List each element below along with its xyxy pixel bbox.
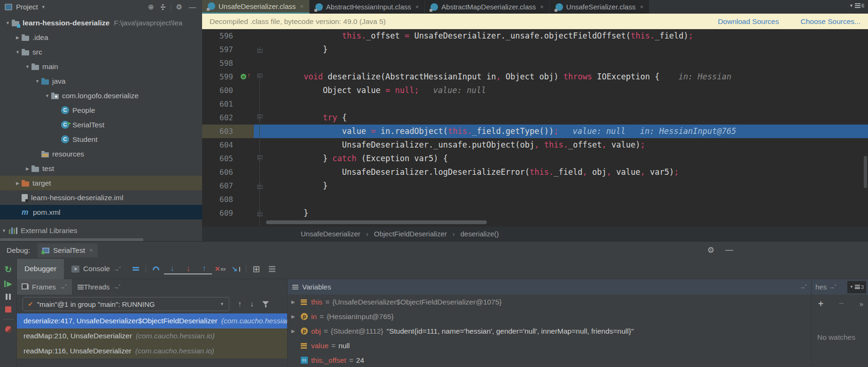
- tree-item-people[interactable]: CPeople: [0, 103, 202, 117]
- code-editor[interactable]: 596 this._offset = UnsafeDeserializer._u…: [202, 29, 868, 226]
- fold-marker[interactable]: –: [258, 74, 263, 80]
- editor-tab-abstractmapdeserializer-class[interactable]: AbstractMapDeserializer.class×: [425, 0, 550, 14]
- project-panel-title[interactable]: Project: [16, 3, 38, 11]
- drop-frame-button[interactable]: ✕: [212, 263, 228, 274]
- variable-row-obj[interactable]: ▶pobj={Student@1112}"Student{id=111, nam…: [288, 324, 811, 338]
- pin-icon[interactable]: →: [829, 283, 836, 290]
- tab-debugger[interactable]: Debugger: [17, 259, 64, 279]
- collapse-all-icon[interactable]: ▼▲: [161, 4, 165, 10]
- gear-icon[interactable]: ⚙: [707, 245, 714, 255]
- view-breakpoints-button[interactable]: [5, 326, 12, 333]
- close-icon[interactable]: ×: [540, 3, 544, 10]
- frame-up-button[interactable]: ↑: [238, 300, 242, 308]
- force-step-into-button[interactable]: ↓: [180, 263, 196, 274]
- expand-arrow-icon[interactable]: ▶: [291, 328, 301, 334]
- close-icon[interactable]: ×: [415, 3, 419, 10]
- breadcrumb-item-objectfielddeserializer[interactable]: ObjectFieldDeserializer: [374, 230, 447, 238]
- editor-horizontal-scrollbar[interactable]: [266, 220, 487, 224]
- fold-marker[interactable]: –: [258, 115, 263, 121]
- step-into-button[interactable]: ↓: [164, 263, 180, 274]
- tree-item-test[interactable]: ▶test: [0, 161, 202, 176]
- tab-threads[interactable]: Threads →: [72, 279, 126, 295]
- tree-arrow[interactable]: ▶: [23, 166, 31, 171]
- tree-item-learn-hession-deserialize[interactable]: ▼learn-hession-deserializeF:\java\javapr…: [0, 16, 202, 30]
- fold-marker[interactable]: –: [258, 47, 263, 53]
- tree-arrow[interactable]: ▼: [0, 228, 8, 233]
- step-out-button[interactable]: ↑: [196, 263, 212, 274]
- stop-button[interactable]: [5, 306, 11, 312]
- fold-start-icon[interactable]: –: [254, 111, 266, 125]
- watches-layout-button[interactable]: ▼ 3: [847, 281, 866, 293]
- tree-arrow[interactable]: ▼: [43, 94, 51, 98]
- external-libraries-node[interactable]: ▼ External Libraries: [0, 223, 202, 238]
- editor-tab-unsafedeserializer-class[interactable]: UnsafeDeserializer.class×: [202, 0, 310, 14]
- variable-row-in[interactable]: ▶pin={HessianInput@765}: [288, 309, 811, 324]
- override-method-icon[interactable]: o: [241, 74, 246, 79]
- fold-end-icon[interactable]: –: [254, 179, 266, 193]
- stack-frame-row[interactable]: readMap:116, UnsafeDeserializer(com.cauc…: [17, 344, 287, 359]
- tree-item-src[interactable]: ▼src: [0, 45, 202, 59]
- remove-watch-button[interactable]: −: [839, 298, 844, 309]
- variable-row-this-offset[interactable]: 01this._offset=24: [288, 353, 811, 367]
- choose-sources-link[interactable]: Choose Sources...: [800, 17, 860, 26]
- hidden-tabs-dropdown[interactable]: ▼ 6: [849, 2, 864, 9]
- resume-button[interactable]: ▶: [4, 281, 12, 287]
- chevron-down-icon[interactable]: ▼: [41, 5, 46, 9]
- breadcrumb-item-deserialize[interactable]: deserialize(): [461, 230, 499, 238]
- tree-item-target[interactable]: ▶target: [0, 176, 202, 190]
- frame-down-button[interactable]: ↓: [250, 300, 254, 308]
- tree-item-learn-hession-deserialize-iml[interactable]: learn-hession-deserialize.iml: [0, 190, 202, 205]
- download-sources-link[interactable]: Download Sources: [718, 17, 779, 26]
- expand-arrow-icon[interactable]: ▶: [291, 314, 301, 319]
- show-execution-point-button[interactable]: [128, 263, 144, 274]
- debug-session-tab[interactable]: SerialTest ×: [38, 243, 98, 258]
- gear-icon[interactable]: ⚙: [176, 3, 182, 11]
- tree-item-idea[interactable]: ▶.idea: [0, 30, 202, 45]
- stack-frame-row[interactable]: readMap:210, UnsafeDeserializer(com.cauc…: [17, 328, 287, 344]
- tree-item-com-longofo-deserialize[interactable]: ▼com.longofo.deserialize: [0, 88, 202, 103]
- fold-end-icon[interactable]: –: [254, 206, 266, 220]
- tree-item-resources[interactable]: resources: [0, 147, 202, 161]
- fold-start-icon[interactable]: –: [254, 70, 266, 84]
- stack-frame-row[interactable]: deserialize:417, UnsafeDeserializer$Obje…: [17, 313, 287, 328]
- tab-frames[interactable]: Frames →: [17, 279, 72, 295]
- close-icon[interactable]: ×: [640, 3, 643, 10]
- expand-arrow-icon[interactable]: ▶: [291, 299, 301, 305]
- step-over-button[interactable]: [148, 263, 164, 274]
- tree-arrow[interactable]: ▼: [14, 50, 22, 55]
- tree-item-serialtest[interactable]: CSerialTest: [0, 117, 202, 132]
- fold-start-icon[interactable]: –: [254, 152, 266, 165]
- fold-marker[interactable]: –: [258, 183, 263, 189]
- locate-file-icon[interactable]: ⊕: [148, 3, 154, 11]
- tree-item-student[interactable]: CStudent: [0, 132, 202, 147]
- editor-tab-unsafeserializer-class[interactable]: UnsafeSerializer.class×: [550, 0, 649, 14]
- close-icon[interactable]: ×: [300, 3, 304, 10]
- tree-arrow[interactable]: ▶: [14, 181, 22, 186]
- variable-row-value[interactable]: value=null: [288, 338, 811, 353]
- tree-item-main[interactable]: ▼main: [0, 59, 202, 74]
- variable-row-this[interactable]: ▶this={UnsafeDeserializer$ObjectFieldDes…: [288, 295, 811, 309]
- editor-tab-abstracthessianinput-class[interactable]: AbstractHessianInput.class×: [310, 0, 425, 14]
- hide-panel-icon[interactable]: —: [189, 3, 196, 11]
- breadcrumb-item-unsafedeserializer[interactable]: UnsafeDeserializer: [301, 230, 360, 238]
- fold-marker[interactable]: –: [258, 156, 263, 162]
- thread-dropdown[interactable]: ✔ "main"@1 in group "main": RUNNING ▼: [23, 297, 229, 311]
- fold-end-icon[interactable]: –: [254, 43, 266, 56]
- hide-panel-icon[interactable]: —: [725, 245, 733, 255]
- layout-settings-icon[interactable]: [264, 263, 280, 274]
- tree-item-pom-xml[interactable]: mpom.xml: [0, 205, 202, 219]
- tree-arrow[interactable]: ▶: [14, 35, 22, 40]
- tree-arrow[interactable]: ▼: [33, 79, 41, 84]
- rerun-button[interactable]: ↻: [5, 265, 12, 274]
- tree-arrow[interactable]: ▼: [4, 21, 12, 25]
- more-actions-button[interactable]: »: [860, 300, 863, 308]
- pause-button[interactable]: [6, 294, 11, 300]
- add-watch-button[interactable]: +: [818, 298, 823, 309]
- run-to-cursor-button[interactable]: ↘: [228, 263, 244, 274]
- fold-marker[interactable]: –: [258, 210, 263, 216]
- evaluate-expression-button[interactable]: ⊞: [248, 263, 264, 274]
- editor-vertical-scrollbar[interactable]: [864, 156, 867, 188]
- pin-icon[interactable]: →: [799, 283, 806, 290]
- close-icon[interactable]: ×: [89, 247, 93, 254]
- tree-arrow[interactable]: ▼: [23, 64, 31, 69]
